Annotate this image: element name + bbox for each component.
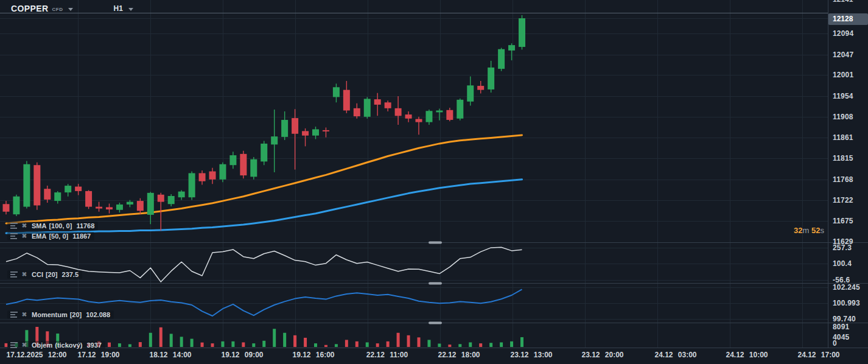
indicator-remove-icon[interactable]: ✖	[20, 222, 29, 229]
time-axis-label: 24.12 17:00	[776, 351, 861, 359]
price-axis-tick: 11768	[833, 175, 853, 184]
symbol-selector[interactable]: COPPER CFD	[11, 4, 73, 13]
candle-body	[209, 172, 216, 180]
indicator-settings-icon[interactable]	[10, 222, 18, 229]
volume-bar	[324, 345, 327, 347]
price-axis-tick: 11954	[833, 92, 853, 100]
symbol-name: COPPER	[11, 4, 49, 13]
candle-body	[395, 108, 402, 116]
indicator-legend-sma: ✖ SMA [100, 0] 11768	[7, 222, 98, 230]
candle-body	[343, 90, 350, 111]
indicator-value: 3937	[86, 341, 101, 349]
chevron-down-icon	[128, 8, 133, 11]
pane-resize-handle[interactable]	[429, 282, 442, 285]
candle-body	[271, 136, 278, 144]
volume-bar	[273, 329, 276, 347]
candles-layer	[3, 15, 526, 231]
current-price-tag: 12128	[828, 13, 868, 25]
volume-bar	[128, 345, 131, 347]
instrument-type-badge: CFD	[52, 7, 63, 12]
indicator-params: [50, 0]	[49, 233, 68, 240]
volume-bar	[407, 335, 410, 347]
candle-body	[416, 119, 422, 122]
volume-bar	[139, 342, 142, 347]
indicator-name: Objem	[32, 341, 52, 349]
volume-bar	[191, 339, 194, 347]
candle-body	[116, 205, 123, 210]
price-axis-tick: 11861	[833, 133, 853, 142]
volume-axis-tick: 0	[833, 339, 837, 348]
volume-bar	[469, 342, 472, 347]
grid-layer	[0, 0, 828, 348]
volume-bar	[510, 341, 513, 347]
candle-body	[54, 192, 61, 201]
indicator-name: EMA	[32, 233, 46, 240]
candle-body	[219, 164, 226, 180]
candle-countdown-timer: 32m 52s	[794, 226, 824, 235]
price-axis[interactable]: 12141 12128 1209412047120011195411908118…	[828, 0, 868, 364]
chevron-down-icon	[68, 8, 73, 11]
volume-bar	[293, 335, 296, 347]
volume-bar	[335, 344, 338, 347]
countdown-minutes: 32	[794, 226, 802, 235]
candle-body	[240, 154, 247, 175]
volume-bar	[170, 334, 173, 347]
candle-body	[302, 131, 309, 135]
indicator-remove-icon[interactable]: ✖	[20, 233, 29, 240]
indicator-value: 102.088	[86, 311, 110, 318]
volume-bar	[427, 340, 430, 347]
pane-resize-handle[interactable]	[429, 242, 442, 244]
indicator-legend-volume: ✖ Objem (tickový) 3937	[7, 341, 105, 349]
candle-body	[229, 155, 236, 165]
candle-body	[467, 85, 474, 101]
candle-body	[364, 99, 371, 116]
volume-bar	[242, 342, 245, 347]
price-axis-tick: 12001	[833, 71, 853, 79]
candle-body	[385, 102, 391, 108]
candle-body	[44, 189, 51, 200]
time-axis[interactable]: 17.12.2025 12:0017.12 19:0018.12 14:0019…	[0, 348, 868, 364]
volume-bar	[283, 333, 286, 347]
indicator-name: CCI	[32, 271, 43, 278]
candle-body	[457, 100, 463, 119]
indicator-remove-icon[interactable]: ✖	[20, 311, 29, 318]
chart-header: COPPER CFD H1	[11, 4, 133, 13]
candle-body	[65, 186, 71, 192]
price-axis-partial-label: 12141	[833, 0, 853, 4]
indicator-settings-icon[interactable]	[10, 341, 18, 349]
indicator-remove-icon[interactable]: ✖	[20, 271, 29, 278]
timeframe-label: H1	[113, 4, 122, 13]
indicator-settings-icon[interactable]	[10, 271, 18, 278]
indicator-settings-icon[interactable]	[10, 311, 18, 318]
candle-body	[488, 68, 494, 89]
candle-body	[519, 18, 525, 47]
indicator-name: SMA	[32, 222, 46, 229]
chart-canvas[interactable]	[0, 0, 868, 364]
momentum-axis-tick: 102.245	[833, 283, 860, 292]
candle-body	[33, 165, 40, 205]
indicator-params: [20]	[70, 311, 82, 318]
indicator-settings-icon[interactable]	[10, 233, 18, 240]
volume-axis-tick: 8091	[833, 323, 850, 331]
indicator-remove-icon[interactable]: ✖	[20, 341, 29, 349]
timeframe-selector[interactable]: H1	[113, 4, 133, 13]
volume-bar	[221, 341, 224, 347]
volume-bar	[149, 333, 152, 347]
candle-body	[3, 204, 10, 212]
volume-bar	[355, 341, 359, 347]
volume-bar	[397, 333, 400, 347]
candle-body	[312, 129, 319, 135]
indicator-name: Momentum	[32, 311, 68, 318]
candle-body	[13, 197, 19, 214]
volume-bar	[108, 343, 111, 347]
volume-bar	[211, 343, 214, 347]
candle-body	[127, 202, 133, 205]
volume-bar	[304, 338, 307, 347]
volume-bar	[314, 343, 317, 347]
price-axis-tick: 11908	[833, 113, 853, 121]
indicator-params: [20]	[46, 271, 58, 278]
candle-body	[261, 144, 267, 161]
volume-bar	[366, 342, 369, 347]
pane-resize-handle[interactable]	[429, 322, 442, 324]
candle-body	[96, 207, 102, 209]
